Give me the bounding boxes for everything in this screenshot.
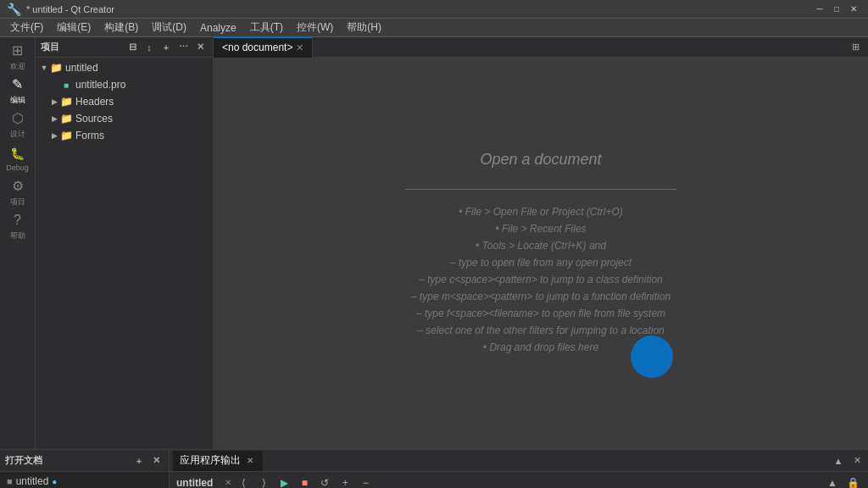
output-scroll-lock-btn[interactable]: 🔒 <box>844 474 861 489</box>
tree-pro-label: untitled.pro <box>75 79 125 91</box>
open-docs-title: 打开文档 <box>5 454 42 467</box>
no-doc-hint-2: • Tools > Locate (Ctrl+K) and <box>476 240 606 252</box>
tree-arrow-sources-icon: ▶ <box>49 114 59 123</box>
project-sync-btn[interactable]: ↕ <box>142 40 157 55</box>
tree-forms-icon: 📁 <box>59 129 73 142</box>
project-filter-btn[interactable]: ⊟ <box>125 40 140 55</box>
open-doc-modified-icon: ● <box>52 477 57 486</box>
tree-item-forms[interactable]: ▶ 📁 Forms <box>36 127 213 144</box>
close-button[interactable]: ✕ <box>846 2 861 17</box>
bottom-area: 打开文档 + ✕ ■ untitled ● 应用程序输出 ✕ <box>0 449 868 488</box>
no-doc-hint-3: – type to open file from any open projec… <box>450 257 632 269</box>
open-doc-icon: ■ <box>7 476 13 486</box>
output-prev-btn[interactable]: ⟨ <box>235 474 252 489</box>
output-run-btn[interactable]: ▶ <box>275 474 292 489</box>
debug-icon: 🐛 <box>9 145 26 162</box>
editor-tabs: <no document> ✕ ⊞ <box>214 37 868 58</box>
output-next-btn[interactable]: ⟩ <box>255 474 272 489</box>
open-docs-panel: 打开文档 + ✕ ■ untitled ● <box>0 450 170 488</box>
editor-area: <no document> ✕ ⊞ Open a document • File… <box>214 37 868 449</box>
output-restart-btn[interactable]: ↺ <box>316 474 333 489</box>
titlebar-left: 🔧 * untitled - Qt Creator <box>7 3 114 16</box>
menu-edit[interactable]: 编辑(E) <box>50 19 97 36</box>
no-doc-divider <box>405 189 676 190</box>
edit-icon: ✎ <box>9 76 26 93</box>
menu-controls[interactable]: 控件(W) <box>290 19 340 36</box>
tree-item-sources[interactable]: ▶ 📁 Sources <box>36 110 213 127</box>
output-close-x[interactable]: ✕ <box>225 478 231 487</box>
bottom-tab-right: ▲ ✕ <box>831 453 865 469</box>
bottom-tab-app-output[interactable]: 应用程序输出 ✕ <box>173 451 263 471</box>
design-icon: ⬡ <box>9 110 26 127</box>
no-doc-hint-6: – type f<space><filename> to open file f… <box>416 308 665 319</box>
sidebar-design[interactable]: ⬡ 设计 <box>2 108 34 141</box>
project-toolbar: 项目 ⊟ ↕ + ⋯ ✕ <box>36 37 213 58</box>
minimize-button[interactable]: ─ <box>812 2 827 17</box>
tree-sources-icon: 📁 <box>59 112 73 125</box>
output-stop-btn[interactable]: ■ <box>296 474 313 489</box>
sidebar-help[interactable]: ? 帮助 <box>2 210 34 242</box>
sidebar-help-label: 帮助 <box>10 230 25 241</box>
menu-analyze[interactable]: Analyze <box>193 20 243 36</box>
project-toolbar-icons: ⊟ ↕ + ⋯ ✕ <box>125 40 208 55</box>
menu-tools[interactable]: 工具(T) <box>243 19 290 36</box>
welcome-icon: ⊞ <box>9 42 26 59</box>
maximize-button[interactable]: □ <box>829 2 844 17</box>
output-add-btn[interactable]: + <box>337 474 353 489</box>
tree-headers-label: Headers <box>75 96 114 108</box>
sidebar-debug-label: Debug <box>6 164 29 172</box>
tree-sources-label: Sources <box>75 113 113 125</box>
menu-file[interactable]: 文件(F) <box>3 19 50 36</box>
tree-arrow-forms-icon: ▶ <box>49 131 59 140</box>
bottom-tab-app-output-label: 应用程序输出 <box>180 453 241 468</box>
editor-tab-close-icon[interactable]: ✕ <box>296 42 303 53</box>
menu-help[interactable]: 帮助(H) <box>340 19 388 36</box>
editor-tab-nodoc[interactable]: <no document> ✕ <box>214 37 313 58</box>
open-docs-add-btn[interactable]: + <box>131 453 147 469</box>
open-docs-toolbar: 打开文档 + ✕ <box>0 450 169 472</box>
project-more-btn[interactable]: ⋯ <box>175 40 191 55</box>
tree-item-pro[interactable]: ■ untitled.pro <box>36 76 213 93</box>
output-minus-btn[interactable]: − <box>357 474 374 489</box>
no-doc-hint-1: • File > Recent Files <box>495 223 586 235</box>
output-scroll-top-btn[interactable]: ▲ <box>824 474 841 489</box>
no-doc-hint-0: • File > Open File or Project (Ctrl+O) <box>459 206 623 218</box>
menubar: 文件(F) 编辑(E) 构建(B) 调试(D) Analyze 工具(T) 控件… <box>0 19 868 37</box>
sidebar-icons: ⊞ 欢迎 ✎ 编辑 ⬡ 设计 🐛 Debug ⚙ 项目 ? 帮助 <box>0 37 36 449</box>
sidebar-project[interactable]: ⚙ 项目 <box>2 176 34 208</box>
tree-arrow-headers-icon: ▶ <box>49 97 59 106</box>
no-doc-hint-7: – select one of the other filters for ju… <box>417 324 665 336</box>
tree-root-untitled[interactable]: ▼ 📁 untitled <box>36 59 213 76</box>
sidebar-welcome[interactable]: ⊞ 欢迎 <box>2 41 34 73</box>
tree-arrow-icon: ▼ <box>39 64 49 72</box>
menu-build[interactable]: 构建(B) <box>97 19 145 36</box>
bottom-close-btn[interactable]: ✕ <box>849 453 865 469</box>
no-doc-hint-8: • Drag and drop files here <box>483 341 598 353</box>
no-doc-view: Open a document • File > Open File or Pr… <box>214 58 868 449</box>
project-icon: ⚙ <box>9 178 26 195</box>
project-add-btn[interactable]: + <box>159 40 174 55</box>
output-right-btns: ▲ 🔒 <box>824 474 861 489</box>
sidebar-edit[interactable]: ✎ 编辑 <box>2 75 34 107</box>
help-icon: ? <box>9 212 26 229</box>
editor-tab-right: ⊞ <box>848 40 868 55</box>
tree-pro-icon: ■ <box>59 78 73 92</box>
open-doc-item[interactable]: ■ untitled ● <box>0 472 169 488</box>
project-close-btn[interactable]: ✕ <box>192 40 208 55</box>
app-icon: 🔧 <box>7 3 21 16</box>
menu-debug[interactable]: 调试(D) <box>145 19 193 36</box>
tree-item-headers[interactable]: ▶ 📁 Headers <box>36 93 213 110</box>
bottom-expand-btn[interactable]: ▲ <box>831 453 846 469</box>
open-doc-label: untitled <box>16 475 49 487</box>
bottom-tabs-bar: 应用程序输出 ✕ ▲ ✕ <box>170 450 868 472</box>
editor-split-btn[interactable]: ⊞ <box>848 40 863 55</box>
tree-forms-label: Forms <box>75 130 104 141</box>
no-doc-hint-5: – type m<space><pattern> to jump to a fu… <box>411 291 670 302</box>
bottom-tab-app-output-close[interactable]: ✕ <box>244 455 256 467</box>
main-area: ⊞ 欢迎 ✎ 编辑 ⬡ 设计 🐛 Debug ⚙ 项目 ? 帮助 项目 ⊟ <box>0 37 868 449</box>
sidebar-debug[interactable]: 🐛 Debug <box>2 142 34 175</box>
titlebar-controls: ─ □ ✕ <box>812 2 861 17</box>
titlebar: 🔧 * untitled - Qt Creator ─ □ ✕ <box>0 0 868 19</box>
open-docs-close-btn[interactable]: ✕ <box>148 453 164 469</box>
tree-root-label: untitled <box>65 62 98 74</box>
